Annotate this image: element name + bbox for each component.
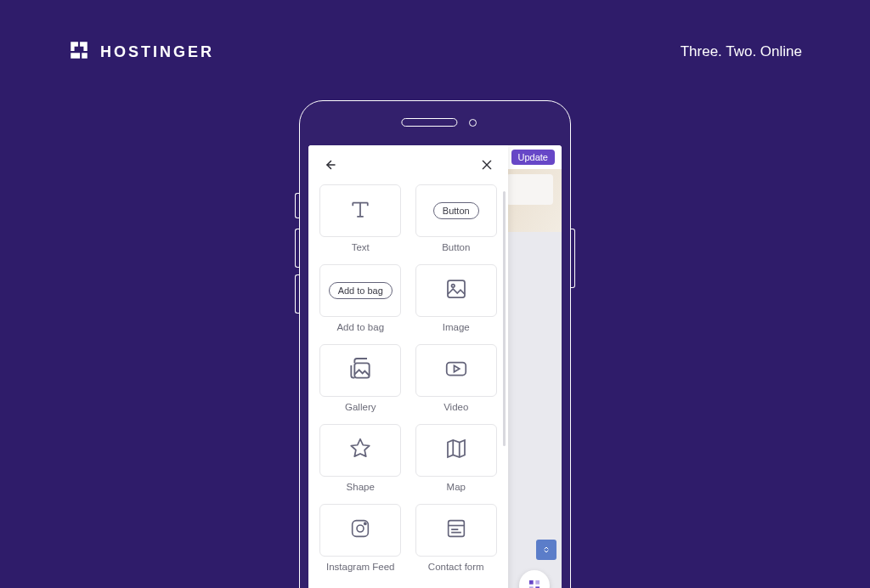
element-text-card[interactable] (319, 184, 401, 237)
svg-rect-1 (535, 580, 540, 585)
svg-rect-0 (529, 580, 534, 585)
element-add-to-bag: Add to bag Add to bag (319, 264, 403, 339)
svg-rect-4 (448, 280, 465, 297)
element-button-card[interactable]: Button (415, 184, 497, 237)
instagram-icon (348, 517, 372, 544)
element-video-card[interactable] (415, 344, 497, 397)
element-instagram: Instagram Feed (319, 504, 403, 579)
svg-rect-6 (355, 363, 370, 377)
element-image-card[interactable] (415, 264, 497, 317)
brand: HOSTINGER (68, 39, 214, 65)
svg-point-9 (357, 525, 364, 532)
element-label: Add to bag (336, 322, 384, 332)
element-label: Text (352, 242, 370, 252)
svg-rect-7 (447, 363, 466, 376)
add-element-panel: Text Button Button Add to bag Add to bag (308, 145, 508, 588)
element-shape: Shape (319, 424, 403, 499)
element-gallery: Gallery (319, 344, 403, 419)
close-button[interactable] (477, 155, 496, 174)
element-label: Image (443, 322, 470, 332)
hostinger-logo-icon (68, 39, 90, 65)
button-pill-icon: Button (433, 202, 479, 219)
element-label: Instagram Feed (326, 562, 395, 572)
brand-tagline: Three. Two. Online (681, 43, 802, 60)
text-icon (347, 196, 373, 225)
add-fab[interactable] (519, 570, 550, 588)
element-map: Map (415, 424, 499, 499)
panel-header (308, 145, 508, 184)
phone-side-button (295, 193, 299, 218)
form-icon (444, 517, 468, 544)
scrollbar[interactable] (503, 191, 506, 446)
brand-bar: HOSTINGER Three. Two. Online (68, 39, 802, 65)
gallery-icon (347, 355, 374, 386)
brand-name: HOSTINGER (100, 43, 214, 61)
element-label: Video (443, 402, 468, 412)
phone-side-button (295, 229, 299, 268)
element-instagram-card[interactable] (319, 504, 401, 557)
add-to-bag-pill-icon: Add to bag (329, 282, 393, 299)
video-icon (442, 356, 471, 385)
element-grid: Text Button Button Add to bag Add to bag (308, 184, 508, 588)
update-button[interactable]: Update (511, 150, 555, 165)
svg-point-10 (364, 523, 366, 524)
element-label: Button (442, 242, 470, 252)
element-label: Map (447, 482, 466, 492)
element-contact-form: Contact form (415, 504, 499, 579)
element-video: Video (415, 344, 499, 419)
resize-handle[interactable] (536, 540, 556, 560)
phone-screen: Update (308, 145, 562, 588)
phone-side-button (295, 274, 299, 314)
element-contact-form-card[interactable] (415, 504, 497, 557)
svg-point-5 (451, 285, 455, 288)
map-icon (443, 436, 469, 465)
image-icon (443, 276, 469, 305)
element-add-to-bag-card[interactable]: Add to bag (319, 264, 401, 317)
element-shape-card[interactable] (319, 424, 401, 477)
element-label: Shape (347, 482, 375, 492)
star-icon (347, 436, 373, 465)
element-label: Contact form (428, 562, 484, 572)
element-label: Gallery (345, 402, 376, 412)
element-button: Button Button (415, 184, 499, 259)
back-button[interactable] (320, 155, 339, 174)
phone-side-button (571, 229, 575, 288)
element-image: Image (415, 264, 499, 339)
element-text: Text (319, 184, 403, 259)
phone-frame: Update (299, 100, 571, 588)
element-map-card[interactable] (415, 424, 497, 477)
svg-rect-11 (448, 521, 464, 537)
element-gallery-card[interactable] (319, 344, 401, 397)
